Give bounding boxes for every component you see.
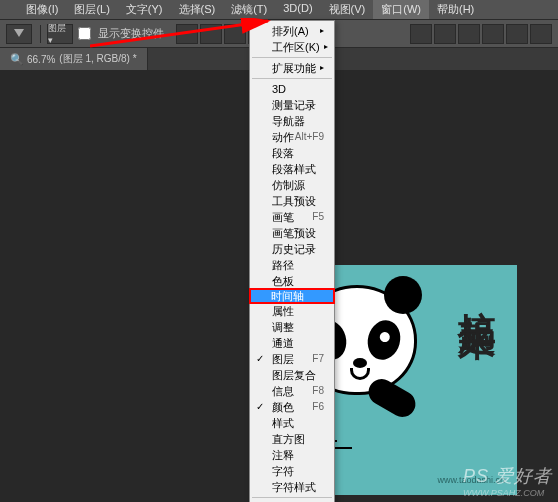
menu-item[interactable]: 图层复合: [250, 367, 334, 383]
menu-item[interactable]: 图层F7: [250, 351, 334, 367]
menu-filter[interactable]: 滤镜(T): [223, 0, 275, 19]
menu-item[interactable]: 调整: [250, 319, 334, 335]
3d-mode4-icon[interactable]: [482, 24, 504, 44]
menu-item[interactable]: 色板: [250, 273, 334, 289]
canvas-image: 搞起来 www.taodashi.cn: [332, 265, 517, 495]
window-menu-dropdown: 排列(A)工作区(K)扩展功能3D测量记录导航器动作Alt+F9段落段落样式仿制…: [249, 20, 335, 502]
show-transform-controls-checkbox[interactable]: [78, 27, 91, 40]
menu-3d[interactable]: 3D(D): [275, 0, 320, 19]
document-tab[interactable]: 🔍 66.7% (图层 1, RGB/8) *: [0, 48, 148, 70]
menu-item[interactable]: 时间轴: [249, 288, 335, 304]
3d-mode5-icon[interactable]: [506, 24, 528, 44]
menu-item[interactable]: 测量记录: [250, 97, 334, 113]
menu-item[interactable]: 导航器: [250, 113, 334, 129]
tab-docinfo: (图层 1, RGB/8) *: [59, 52, 136, 66]
align-top-icon[interactable]: [176, 24, 198, 44]
menu-item[interactable]: 信息F8: [250, 383, 334, 399]
menu-item[interactable]: 颜色F6: [250, 399, 334, 415]
canvas-text: 搞起来: [451, 280, 502, 298]
tool-preset-picker[interactable]: [6, 24, 32, 44]
menu-item[interactable]: 字符样式: [250, 479, 334, 495]
3d-mode-icon[interactable]: [410, 24, 432, 44]
menu-select[interactable]: 选择(S): [171, 0, 224, 19]
menu-item[interactable]: 动作Alt+F9: [250, 129, 334, 145]
menu-item[interactable]: 画笔F5: [250, 209, 334, 225]
menu-item[interactable]: 段落样式: [250, 161, 334, 177]
menu-image[interactable]: 图像(I): [18, 0, 66, 19]
menu-item[interactable]: 工作区(K): [250, 39, 334, 55]
menu-layer[interactable]: 图层(L): [66, 0, 117, 19]
menu-item[interactable]: 注释: [250, 447, 334, 463]
menu-item[interactable]: 直方图: [250, 431, 334, 447]
menubar: 图像(I) 图层(L) 文字(Y) 选择(S) 滤镜(T) 3D(D) 视图(V…: [0, 0, 558, 20]
menu-item[interactable]: 样式: [250, 415, 334, 431]
menu-window[interactable]: 窗口(W): [373, 0, 429, 19]
menu-item[interactable]: 通道: [250, 335, 334, 351]
menu-item[interactable]: 历史记录: [250, 241, 334, 257]
canvas-url: www.taodashi.cn: [437, 475, 505, 485]
tab-zoom-percent: 66.7%: [27, 54, 55, 65]
menu-item[interactable]: 仿制源: [250, 177, 334, 193]
menu-type[interactable]: 文字(Y): [118, 0, 171, 19]
menu-item[interactable]: 属性: [250, 303, 334, 319]
menu-item[interactable]: 排列(A): [250, 23, 334, 39]
show-transform-controls-label: 显示变换控件: [98, 26, 164, 41]
menu-item[interactable]: 字符: [250, 463, 334, 479]
menu-item[interactable]: 扩展功能: [250, 60, 334, 76]
3d-mode3-icon[interactable]: [458, 24, 480, 44]
auto-select-dropdown[interactable]: 图层 ▾: [47, 24, 73, 44]
menu-help[interactable]: 帮助(H): [429, 0, 482, 19]
zoom-icon: 🔍: [10, 53, 24, 66]
menu-item[interactable]: 段落: [250, 145, 334, 161]
distribute-buttons: [410, 24, 552, 44]
menu-item[interactable]: 路径: [250, 257, 334, 273]
align-vcenter-icon[interactable]: [200, 24, 222, 44]
menu-view[interactable]: 视图(V): [321, 0, 374, 19]
3d-mode6-icon[interactable]: [530, 24, 552, 44]
menu-item[interactable]: 3D: [250, 81, 334, 97]
menu-item[interactable]: 画笔预设: [250, 225, 334, 241]
3d-mode2-icon[interactable]: [434, 24, 456, 44]
svg-marker-0: [14, 29, 24, 37]
menu-item[interactable]: 工具预设: [250, 193, 334, 209]
align-bottom-icon[interactable]: [224, 24, 246, 44]
